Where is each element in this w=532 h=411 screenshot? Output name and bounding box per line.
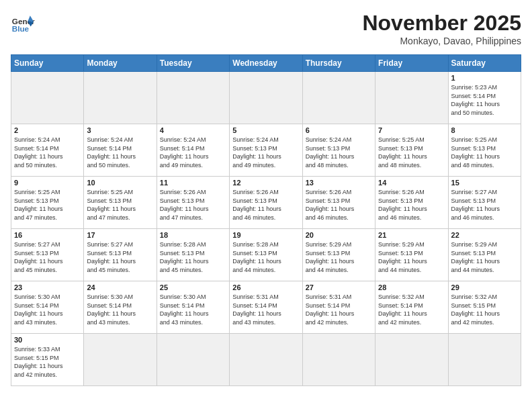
day-info: Sunrise: 5:33 AM Sunset: 5:15 PM Dayligh… (14, 345, 81, 379)
day-number: 6 (306, 126, 372, 134)
day-number: 26 (232, 283, 299, 291)
calendar-week-5: 23Sunrise: 5:30 AM Sunset: 5:14 PM Dayli… (11, 281, 521, 334)
calendar-cell: 22Sunrise: 5:29 AM Sunset: 5:13 PM Dayli… (448, 229, 521, 281)
calendar-cell: 6Sunrise: 5:24 AM Sunset: 5:13 PM Daylig… (302, 124, 375, 177)
calendar-week-1: 1Sunrise: 5:23 AM Sunset: 5:14 PM Daylig… (11, 72, 521, 124)
day-header-monday: Monday (84, 55, 157, 72)
day-info: Sunrise: 5:25 AM Sunset: 5:13 PM Dayligh… (14, 188, 81, 222)
location-subtitle: Monkayo, Davao, Philippines (362, 36, 521, 46)
calendar-cell: 12Sunrise: 5:26 AM Sunset: 5:13 PM Dayli… (230, 177, 302, 229)
day-number: 3 (87, 126, 153, 134)
day-info: Sunrise: 5:23 AM Sunset: 5:14 PM Dayligh… (451, 83, 518, 117)
calendar-cell: 3Sunrise: 5:24 AM Sunset: 5:14 PM Daylig… (84, 124, 157, 177)
day-number: 4 (160, 126, 226, 134)
day-header-tuesday: Tuesday (157, 55, 229, 72)
day-number: 9 (14, 179, 81, 187)
calendar-cell: 16Sunrise: 5:27 AM Sunset: 5:13 PM Dayli… (11, 229, 84, 281)
calendar-cell: 26Sunrise: 5:31 AM Sunset: 5:14 PM Dayli… (230, 281, 302, 334)
calendar-cell: 18Sunrise: 5:28 AM Sunset: 5:13 PM Dayli… (157, 229, 229, 281)
calendar-week-6: 30Sunrise: 5:33 AM Sunset: 5:15 PM Dayli… (11, 334, 521, 386)
calendar-cell: 24Sunrise: 5:30 AM Sunset: 5:14 PM Dayli… (84, 281, 157, 334)
calendar-header-row: SundayMondayTuesdayWednesdayThursdayFrid… (11, 55, 521, 72)
day-info: Sunrise: 5:30 AM Sunset: 5:14 PM Dayligh… (87, 293, 153, 326)
logo: General Blue (11, 11, 35, 35)
day-number: 1 (451, 74, 518, 82)
calendar-cell (302, 334, 375, 386)
calendar-week-4: 16Sunrise: 5:27 AM Sunset: 5:13 PM Dayli… (11, 229, 521, 281)
calendar-cell: 13Sunrise: 5:26 AM Sunset: 5:13 PM Dayli… (302, 177, 375, 229)
calendar-cell: 20Sunrise: 5:29 AM Sunset: 5:13 PM Dayli… (302, 229, 375, 281)
calendar-cell (230, 334, 302, 386)
calendar-cell (157, 334, 229, 386)
day-number: 2 (14, 126, 81, 134)
calendar-cell: 23Sunrise: 5:30 AM Sunset: 5:14 PM Dayli… (11, 281, 84, 334)
calendar-cell: 1Sunrise: 5:23 AM Sunset: 5:14 PM Daylig… (448, 72, 521, 124)
calendar-cell (84, 334, 157, 386)
day-info: Sunrise: 5:24 AM Sunset: 5:14 PM Dayligh… (160, 136, 226, 169)
day-info: Sunrise: 5:30 AM Sunset: 5:14 PM Dayligh… (160, 293, 226, 326)
day-info: Sunrise: 5:29 AM Sunset: 5:13 PM Dayligh… (378, 240, 445, 274)
day-number: 8 (451, 126, 518, 134)
day-info: Sunrise: 5:29 AM Sunset: 5:13 PM Dayligh… (451, 240, 518, 274)
calendar-cell: 15Sunrise: 5:27 AM Sunset: 5:13 PM Dayli… (448, 177, 521, 229)
calendar-cell (157, 72, 229, 124)
day-number: 27 (306, 283, 372, 291)
day-number: 21 (378, 231, 445, 239)
calendar-cell (375, 334, 448, 386)
day-number: 10 (87, 179, 153, 187)
day-info: Sunrise: 5:24 AM Sunset: 5:14 PM Dayligh… (14, 136, 81, 169)
day-info: Sunrise: 5:24 AM Sunset: 5:13 PM Dayligh… (232, 136, 299, 169)
calendar-cell: 25Sunrise: 5:30 AM Sunset: 5:14 PM Dayli… (157, 281, 229, 334)
day-info: Sunrise: 5:25 AM Sunset: 5:13 PM Dayligh… (378, 136, 445, 169)
day-number: 14 (378, 179, 445, 187)
day-number: 29 (451, 283, 518, 291)
calendar-cell: 17Sunrise: 5:27 AM Sunset: 5:13 PM Dayli… (84, 229, 157, 281)
calendar-cell: 19Sunrise: 5:28 AM Sunset: 5:13 PM Dayli… (230, 229, 302, 281)
calendar-cell: 21Sunrise: 5:29 AM Sunset: 5:13 PM Dayli… (375, 229, 448, 281)
calendar-week-3: 9Sunrise: 5:25 AM Sunset: 5:13 PM Daylig… (11, 177, 521, 229)
day-number: 20 (306, 231, 372, 239)
day-header-thursday: Thursday (302, 55, 375, 72)
calendar-cell (375, 72, 448, 124)
calendar-cell (448, 334, 521, 386)
day-number: 5 (232, 126, 299, 134)
calendar-cell: 9Sunrise: 5:25 AM Sunset: 5:13 PM Daylig… (11, 177, 84, 229)
svg-text:Blue: Blue (12, 24, 30, 33)
day-info: Sunrise: 5:24 AM Sunset: 5:14 PM Dayligh… (87, 136, 153, 169)
day-info: Sunrise: 5:26 AM Sunset: 5:13 PM Dayligh… (232, 188, 299, 222)
calendar-cell (302, 72, 375, 124)
day-number: 30 (14, 336, 81, 344)
day-info: Sunrise: 5:27 AM Sunset: 5:13 PM Dayligh… (451, 188, 518, 222)
day-number: 17 (87, 231, 153, 239)
calendar-table: SundayMondayTuesdayWednesdayThursdayFrid… (11, 54, 521, 386)
day-header-sunday: Sunday (11, 55, 84, 72)
calendar-cell (84, 72, 157, 124)
calendar-cell: 7Sunrise: 5:25 AM Sunset: 5:13 PM Daylig… (375, 124, 448, 177)
day-number: 12 (232, 179, 299, 187)
calendar-cell: 5Sunrise: 5:24 AM Sunset: 5:13 PM Daylig… (230, 124, 302, 177)
calendar-cell: 11Sunrise: 5:26 AM Sunset: 5:13 PM Dayli… (157, 177, 229, 229)
calendar-cell: 4Sunrise: 5:24 AM Sunset: 5:14 PM Daylig… (157, 124, 229, 177)
calendar-week-2: 2Sunrise: 5:24 AM Sunset: 5:14 PM Daylig… (11, 124, 521, 177)
day-info: Sunrise: 5:25 AM Sunset: 5:13 PM Dayligh… (451, 136, 518, 169)
day-number: 22 (451, 231, 518, 239)
calendar-cell: 27Sunrise: 5:31 AM Sunset: 5:14 PM Dayli… (302, 281, 375, 334)
day-info: Sunrise: 5:26 AM Sunset: 5:13 PM Dayligh… (306, 188, 372, 222)
day-info: Sunrise: 5:24 AM Sunset: 5:13 PM Dayligh… (306, 136, 372, 169)
day-number: 28 (378, 283, 445, 291)
calendar-cell: 2Sunrise: 5:24 AM Sunset: 5:14 PM Daylig… (11, 124, 84, 177)
day-number: 13 (306, 179, 372, 187)
day-number: 23 (14, 283, 81, 291)
calendar-cell: 29Sunrise: 5:32 AM Sunset: 5:15 PM Dayli… (448, 281, 521, 334)
day-info: Sunrise: 5:31 AM Sunset: 5:14 PM Dayligh… (232, 293, 299, 326)
calendar-cell (230, 72, 302, 124)
day-number: 19 (232, 231, 299, 239)
day-info: Sunrise: 5:26 AM Sunset: 5:13 PM Dayligh… (378, 188, 445, 222)
day-number: 15 (451, 179, 518, 187)
day-info: Sunrise: 5:27 AM Sunset: 5:13 PM Dayligh… (87, 240, 153, 274)
calendar-cell: 30Sunrise: 5:33 AM Sunset: 5:15 PM Dayli… (11, 334, 84, 386)
day-info: Sunrise: 5:28 AM Sunset: 5:13 PM Dayligh… (232, 240, 299, 274)
day-header-friday: Friday (375, 55, 448, 72)
day-number: 25 (160, 283, 226, 291)
day-info: Sunrise: 5:28 AM Sunset: 5:13 PM Dayligh… (160, 240, 226, 274)
